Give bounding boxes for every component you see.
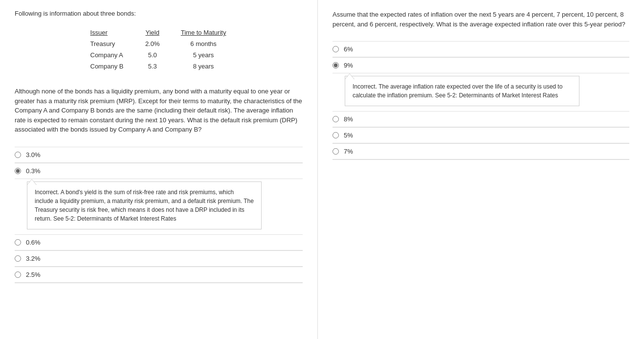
radio-input[interactable]: [15, 255, 21, 262]
option-label: 3.2%: [26, 255, 41, 262]
option-row[interactable]: 2.5%: [15, 267, 303, 283]
col-header-issuer: Issuer: [81, 27, 135, 38]
option-row[interactable]: 6%: [333, 42, 629, 57]
svg-marker-1: [27, 180, 36, 185]
option-row[interactable]: 5%: [333, 128, 629, 143]
table-cell: 8 years: [170, 61, 237, 72]
radio-input[interactable]: [15, 271, 21, 278]
radio-input[interactable]: [333, 116, 339, 122]
option-label: 5%: [344, 132, 353, 139]
table-cell: 5.3: [135, 61, 170, 72]
left-question-text: Although none of the bonds has a liquidi…: [15, 87, 303, 135]
option-row[interactable]: 8%: [333, 112, 629, 127]
table-cell: Company B: [81, 61, 135, 72]
option-row[interactable]: 7%: [333, 144, 629, 159]
left-options-container: 3.0%0.3%Incorrect. A bond's yield is the…: [15, 147, 303, 283]
option-row[interactable]: 3.0%: [15, 147, 303, 163]
option-row[interactable]: 0.3%: [15, 163, 303, 179]
radio-input[interactable]: [333, 46, 339, 52]
radio-input[interactable]: [333, 62, 339, 68]
right-options-container: 6%9%Incorrect. The average inflation rat…: [333, 41, 629, 160]
table-row: Treasury2.0%6 months: [81, 38, 237, 49]
option-label: 9%: [344, 62, 353, 69]
intro-text: Following is information about three bon…: [15, 10, 303, 17]
radio-input[interactable]: [15, 168, 21, 174]
table-cell: 5 years: [170, 49, 237, 61]
radio-input[interactable]: [15, 239, 21, 246]
table-cell: 6 months: [170, 38, 237, 49]
option-label: 0.3%: [26, 167, 41, 175]
radio-input[interactable]: [333, 132, 339, 138]
feedback-box: Incorrect. The average inflation rate ex…: [345, 76, 579, 106]
radio-input[interactable]: [333, 148, 339, 155]
option-label: 3.0%: [26, 151, 41, 158]
option-label: 6%: [344, 45, 353, 53]
table-row: Company A5.05 years: [81, 49, 237, 61]
table-cell: Treasury: [81, 38, 135, 49]
right-question-text: Assume that the expected rates of inflat…: [333, 10, 629, 29]
option-label: 0.6%: [26, 239, 41, 246]
bond-table: Issuer Yield Time to Maturity Treasury2.…: [81, 27, 237, 72]
feedback-box: Incorrect. A bond's yield is the sum of …: [27, 181, 262, 229]
left-panel: Following is information about three bon…: [0, 0, 318, 339]
table-row: Company B5.38 years: [81, 61, 237, 72]
table-cell: Company A: [81, 49, 135, 61]
option-label: 2.5%: [26, 271, 41, 278]
right-panel: Assume that the expected rates of inflat…: [318, 0, 644, 339]
radio-input[interactable]: [15, 152, 21, 158]
table-cell: 5.0: [135, 49, 170, 61]
option-row[interactable]: 0.6%: [15, 235, 303, 250]
col-header-maturity: Time to Maturity: [170, 27, 237, 38]
option-row[interactable]: 3.2%: [15, 251, 303, 267]
col-header-yield: Yield: [135, 27, 170, 38]
table-cell: 2.0%: [135, 38, 170, 49]
option-label: 8%: [344, 115, 353, 123]
option-row[interactable]: 9%: [333, 58, 629, 73]
option-label: 7%: [344, 148, 353, 155]
svg-marker-3: [345, 74, 354, 79]
